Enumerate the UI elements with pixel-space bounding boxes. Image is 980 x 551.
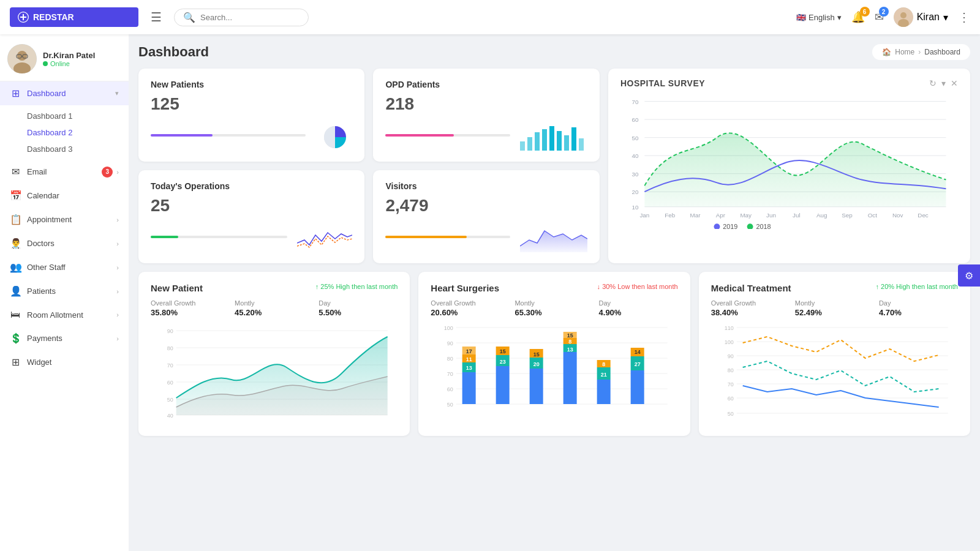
bar-chart [520,120,587,151]
staff-icon: 👥 [10,261,21,273]
search-input[interactable] [200,13,286,22]
svg-rect-13 [535,132,540,151]
svg-text:90: 90 [727,353,733,359]
topnav-right: 🇬🇧 English ▾ 🔔 6 ✉ 2 Kiran ▾ ⋮ [796,7,970,27]
svg-text:14: 14 [635,349,641,355]
stat-col-val: 35.80% [151,308,230,317]
settings-fab-button[interactable]: ⚙ [958,264,980,287]
language-selector[interactable]: 🇬🇧 English ▾ [796,13,842,22]
svg-text:50: 50 [447,402,453,408]
chart-card-title: Medical Treatment [711,283,791,293]
svg-rect-88 [530,369,543,404]
nav-item-left: 💲 Payments [10,332,62,344]
card-value: 218 [385,94,587,114]
status-label: Online [50,60,70,67]
svg-text:17: 17 [466,348,472,354]
stat-bar-wrap [385,236,510,238]
sidebar-item-label: Patients [27,287,56,296]
breadcrumb-separator: › [918,48,921,56]
sidebar-item-dashboard2[interactable]: Dashboard 2 [0,124,129,141]
svg-text:Sep: Sep [842,212,853,219]
card-label: Visitors [385,181,587,191]
message-button[interactable]: ✉ 2 [875,10,884,24]
chevron-icon: › [116,264,119,271]
sidebar-item-label: Calendar [27,191,59,200]
svg-text:Oct: Oct [868,212,878,219]
svg-text:Aug: Aug [816,212,827,219]
svg-text:70: 70 [167,362,173,369]
stat-col-val: 45.20% [235,308,314,317]
logo-icon [17,11,29,23]
sidebar-item-dashboard3[interactable]: Dashboard 3 [0,141,129,157]
stat-col-label: Day [879,299,958,307]
stats-row: Overall Growth 35.80% Montly 45.20% Day … [151,299,398,317]
svg-text:50: 50 [727,411,733,417]
close-icon[interactable]: ✕ [951,78,958,88]
nav-item-left: 📅 Calendar [10,190,59,201]
logo: REDSTAR [10,7,138,27]
chevron-down-icon: ▾ [943,12,948,23]
svg-text:80: 80 [727,367,733,373]
sidebar-item-payments[interactable]: 💲 Payments › [0,326,129,350]
hamburger-button[interactable]: ☰ [146,7,167,27]
notification-bell-button[interactable]: 🔔 6 [851,10,865,24]
sidebar-item-calendar[interactable]: 📅 Calendar [0,184,129,208]
nav-item-left: ⊞ Widget [10,356,51,368]
chart-card-header: New Patient ↑ 25% High then last month [151,283,398,293]
card-bottom [151,120,352,151]
sidebar-item-dashboard1[interactable]: Dashboard 1 [0,108,129,124]
card-bottom [385,222,587,252]
profile-info: Dr.Kiran Patel Online [43,51,95,67]
new-patient-chart-card: New Patient ↑ 25% High then last month O… [138,272,410,436]
svg-text:30: 30 [631,171,638,178]
bottom-grid: New Patient ↑ 25% High then last month O… [138,272,970,436]
svg-rect-16 [557,131,562,151]
svg-text:8: 8 [602,361,605,367]
stat-col-val: 20.60% [431,308,510,317]
sidebar-item-dashboard[interactable]: ⊞ Dashboard ▾ [0,81,129,105]
svg-text:May: May [740,212,752,219]
stat-bar [151,236,178,238]
sidebar-item-email[interactable]: ✉ Email 3 › [0,160,129,184]
notif2-badge: 2 [879,7,889,17]
sidebar-item-doctors[interactable]: 👨‍⚕️ Doctors › [0,231,129,255]
sidebar-item-other-staff[interactable]: 👥 Other Staff › [0,255,129,279]
sidebar-item-patients[interactable]: 👤 Patients › [0,279,129,303]
svg-text:10: 10 [631,204,638,211]
user-menu-button[interactable]: Kiran ▾ [894,7,948,27]
svg-text:15: 15 [567,332,573,339]
svg-text:Mar: Mar [690,212,701,219]
stat-col-monthly: Montly 65.30% [514,299,594,317]
card-value: 2,479 [385,196,587,216]
chevron-icon: › [116,240,119,247]
sidebar-item-appointment[interactable]: 📋 Appointment › [0,208,129,231]
heart-surgeries-chart-card: Heart Surgeries ↓ 30% Low then last mont… [418,272,690,436]
pie-chart [315,120,352,151]
notif1-badge: 6 [860,7,870,17]
new-patients-card: New Patients 125 [138,69,364,162]
survey-header: HOSPITAL SURVEY ↻ ▾ ✕ [620,78,958,88]
sidebar-item-room-allotment[interactable]: 🛏 Room Allotment › [0,303,129,326]
svg-text:13: 13 [466,365,472,371]
chevron-down-icon[interactable]: ▾ [941,78,946,88]
svg-text:20: 20 [631,189,638,195]
chart-card-title: Heart Surgeries [431,283,499,293]
nav-item-left: 🛏 Room Allotment [10,309,83,320]
more-options-button[interactable]: ⋮ [958,10,970,24]
stat-bar [151,134,213,137]
svg-text:8: 8 [568,339,571,345]
stat-col-val: 4.90% [599,308,678,317]
stats-row: Overall Growth 20.60% Montly 65.30% Day … [431,299,677,317]
stat-col-val: 65.30% [514,308,594,317]
refresh-icon[interactable]: ↻ [929,78,937,88]
svg-text:Apr: Apr [716,212,726,219]
chevron-icon: › [116,168,119,176]
breadcrumb-home[interactable]: Home [895,48,914,56]
svg-rect-94 [564,352,577,404]
svg-text:40: 40 [631,152,638,159]
hospital-survey-card: HOSPITAL SURVEY ↻ ▾ ✕ [608,69,970,263]
sidebar-item-widget[interactable]: ⊞ Widget [0,350,129,374]
svg-text:60: 60 [727,395,733,402]
nav-item-left: ⊞ Dashboard [10,88,66,99]
stat-bar-wrap [151,236,287,238]
